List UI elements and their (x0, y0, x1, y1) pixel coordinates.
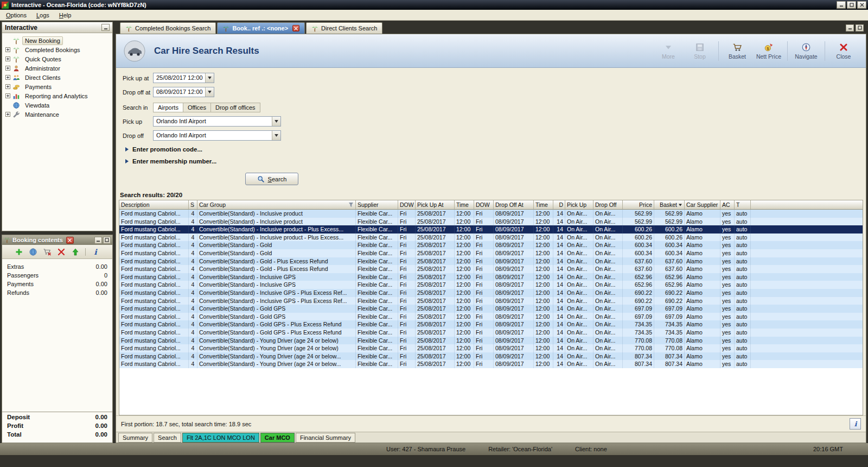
table-row[interactable]: Ford mustang Cabriol...4Convertible(Stan… (119, 241, 863, 249)
column-header-drop-off-at-8[interactable]: Drop Off At (494, 200, 534, 209)
close-button[interactable]: Close (829, 42, 858, 60)
navigate-button[interactable]: Navigate (792, 42, 821, 60)
column-header-dow-4[interactable]: DOW (398, 200, 416, 209)
table-row[interactable]: Ford mustang Cabriol...4Convertible(Stan… (119, 320, 863, 329)
table-row[interactable]: Ford mustang Cabriol...4Convertible(Stan… (119, 313, 863, 321)
table-row[interactable]: Ford mustang Cabriol...4Convertible(Stan… (119, 210, 863, 218)
search-in-airports[interactable]: Airports (153, 103, 183, 112)
column-header-supplier-3[interactable]: Supplier (356, 200, 398, 209)
booking-contents-close-button[interactable] (66, 237, 74, 244)
tab-direct-clients-search[interactable]: Direct Clients Search (306, 22, 382, 34)
bottom-tab-search[interactable]: Search (154, 433, 181, 443)
close-window-button[interactable] (857, 1, 866, 9)
menu-options[interactable]: Options (1, 10, 31, 20)
booking-panel-minimize-button[interactable] (94, 237, 102, 244)
chevron-down-icon[interactable] (272, 131, 280, 140)
column-header-pick-up-at-5[interactable]: Pick Up At (416, 200, 455, 209)
bottom-tab-flt-2a-1c-lon-mco-lon[interactable]: Flt 2A,1C LON MCO LON (182, 433, 259, 443)
chevron-down-icon[interactable] (205, 73, 214, 83)
sidebar-item-quick-quotes[interactable]: Quick Quotes (3, 54, 111, 64)
column-header-time-6[interactable]: Time (455, 200, 474, 209)
column-header-t-17[interactable]: T (735, 200, 751, 209)
table-row[interactable]: Ford mustang Cabriol...4Convertible(Stan… (119, 297, 863, 305)
expand-icon[interactable] (5, 93, 10, 98)
tab-close-icon[interactable] (292, 25, 299, 31)
pickup-at-combo[interactable]: 25/08/2017 12:00 (153, 73, 214, 83)
membership-number-expander[interactable]: Enter membership number... (125, 158, 866, 165)
panel-minimize-icon[interactable] (846, 24, 854, 31)
dropoff-at-combo[interactable]: 08/09/2017 12:00 (153, 87, 214, 97)
table-row[interactable]: Ford mustang Cabriol...4Convertible(Stan… (119, 273, 863, 281)
table-row[interactable]: Ford mustang Cabriol...4Convertible(Stan… (119, 360, 863, 368)
table-row[interactable]: Ford mustang Cabriol...4Convertible(Stan… (119, 234, 863, 242)
menu-help[interactable]: Help (54, 10, 76, 20)
booking-panel-restore-button[interactable] (103, 237, 111, 244)
bottom-tab-summary[interactable]: Summary (118, 433, 152, 443)
chevron-down-icon[interactable] (205, 87, 214, 97)
column-header-pick-up-11[interactable]: Pick Up (565, 200, 593, 209)
column-header-time-9[interactable]: Time (534, 200, 553, 209)
column-header-car-group-2[interactable]: Car Group (197, 200, 356, 209)
maximize-button[interactable] (847, 1, 856, 9)
pickup-combo[interactable]: Orlando Intl Airport (153, 116, 281, 127)
tab-book-ref-none[interactable]: Book.. ref .: <none> (217, 22, 305, 34)
tab-completed-bookings-search[interactable]: Completed Bookings Search (120, 22, 216, 34)
sidebar-item-administrator[interactable]: Administrator (3, 64, 111, 73)
table-row[interactable]: Ford mustang Cabriol...4Convertible(Stan… (119, 281, 863, 289)
search-in-offices[interactable]: Offices (183, 103, 211, 112)
search-in-drop-off-offices[interactable]: Drop off offices (211, 103, 260, 112)
chevron-down-icon[interactable] (272, 117, 280, 126)
expand-icon[interactable] (5, 84, 10, 89)
table-row[interactable]: Ford mustang Cabriol...4Convertible(Stan… (119, 337, 863, 345)
expand-icon[interactable] (5, 66, 10, 71)
sidebar-item-maintenance[interactable]: Maintenance (3, 110, 111, 119)
column-header-d-10[interactable]: D (553, 200, 565, 209)
promote-button[interactable] (71, 248, 80, 256)
column-header-basket-14[interactable]: Basket (654, 200, 685, 209)
info-button[interactable]: i (850, 418, 861, 430)
table-row[interactable]: Ford mustang Cabriol...4Convertible(Stan… (119, 329, 863, 337)
table-row[interactable]: Ford mustang Cabriol...4Convertible(Stan… (119, 218, 863, 226)
filter-icon[interactable] (348, 202, 354, 207)
column-header-drop-off-12[interactable]: Drop Off (593, 200, 623, 209)
column-header-car-supplier-15[interactable]: Car Supplier (685, 200, 720, 209)
table-row[interactable]: Ford mustang Cabriol...4Convertible(Stan… (119, 305, 863, 313)
table-row[interactable]: Ford mustang Cabriol...4Convertible(Stan… (119, 257, 863, 266)
sidebar-item-completed-bookings[interactable]: Completed Bookings (3, 45, 111, 54)
add-button[interactable] (15, 248, 23, 256)
basket-remove-button[interactable] (43, 248, 52, 256)
sidebar-item-direct-clients[interactable]: Direct Clients (3, 73, 111, 82)
sidebar-item-new-booking[interactable]: New Booking (3, 36, 111, 45)
menu-logs[interactable]: Logs (31, 10, 54, 20)
globe-button[interactable] (29, 248, 37, 256)
expand-icon[interactable] (5, 47, 10, 52)
table-row[interactable]: Ford mustang Cabriol...4Convertible(Stan… (119, 225, 863, 234)
table-row[interactable]: Ford mustang Cabriol...4Convertible(Stan… (119, 352, 863, 361)
table-row[interactable]: Ford mustang Cabriol...4Convertible(Stan… (119, 265, 863, 273)
sidebar-item-payments[interactable]: Payments (3, 82, 111, 91)
column-header-s-1[interactable]: S (189, 200, 197, 209)
expand-icon[interactable] (5, 56, 10, 61)
column-header-ac-16[interactable]: AC (720, 200, 735, 209)
dropoff-combo[interactable]: Orlando Intl Airport (153, 130, 281, 141)
delete-button[interactable] (57, 248, 66, 256)
minimize-button[interactable] (837, 1, 846, 9)
basket-button[interactable]: Basket (723, 42, 752, 60)
nett-price-button[interactable]: $Nett Price (754, 42, 783, 60)
panel-restore-icon[interactable] (856, 24, 864, 31)
collapse-panel-button[interactable] (101, 24, 110, 31)
search-button[interactable]: Search (245, 173, 298, 185)
expand-icon[interactable] (5, 75, 10, 80)
sidebar-item-reporting-and-analytics[interactable]: Reporting and Analytics (3, 91, 111, 100)
column-header-description-0[interactable]: Description (119, 200, 189, 209)
bottom-tab-car-mco[interactable]: Car MCO (260, 433, 295, 443)
sidebar-item-viewdata[interactable]: Viewdata (3, 100, 111, 110)
info-button[interactable]: i (91, 248, 100, 256)
column-header-price-13[interactable]: Price (623, 200, 654, 209)
promotion-code-expander[interactable]: Enter promotion code... (125, 146, 866, 153)
column-header-dow-7[interactable]: DOW (474, 200, 494, 209)
bottom-tab-financial-summary[interactable]: Financial Summary (296, 433, 355, 443)
table-row[interactable]: Ford mustang Cabriol...4Convertible(Stan… (119, 249, 863, 257)
table-row[interactable]: Ford mustang Cabriol...4Convertible(Stan… (119, 289, 863, 297)
table-row[interactable]: Ford mustang Cabriol...4Convertible(Stan… (119, 344, 863, 352)
